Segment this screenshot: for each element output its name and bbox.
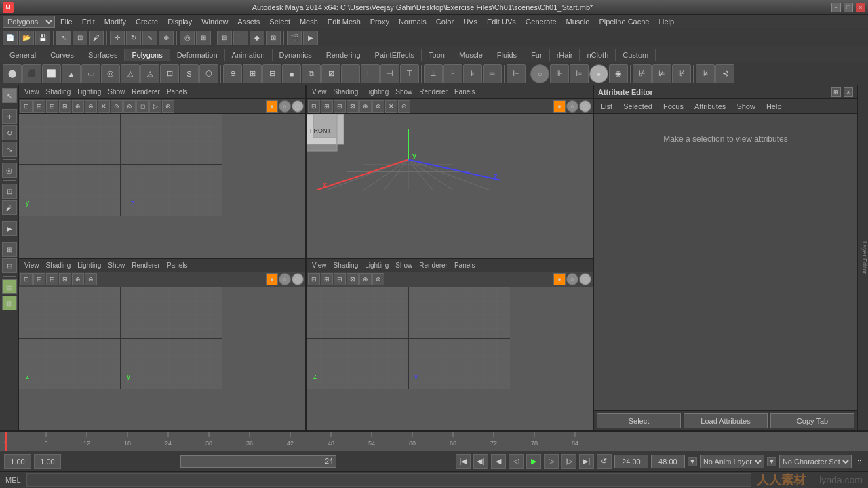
ipr-btn[interactable]: ▶ xyxy=(303,30,318,45)
vp-front-ic-light[interactable]: ● xyxy=(266,100,278,113)
goto-start-btn[interactable]: |◀ xyxy=(456,454,471,469)
vp-side-ic-2[interactable]: ⊞ xyxy=(321,273,333,285)
vp-persp-shading[interactable]: Shading xyxy=(331,87,361,97)
cube-btn[interactable]: ⬛ xyxy=(22,64,41,83)
attr-tab-attributes[interactable]: Attributes xyxy=(690,101,730,112)
vp-top-shading[interactable]: Shading xyxy=(43,260,74,270)
vp-top-show[interactable]: Show xyxy=(105,260,127,270)
attr-load-btn[interactable]: Load Attributes xyxy=(684,413,768,428)
layer-btn[interactable]: ▥ xyxy=(2,296,17,310)
snap-curve-btn[interactable]: ⌒ xyxy=(233,30,248,45)
vp-persp-view[interactable]: View xyxy=(309,87,330,97)
step-fwd-btn[interactable]: |▷ xyxy=(561,454,576,469)
anim-layer-chevron[interactable]: ▼ xyxy=(688,457,697,466)
offset-btn[interactable]: ⊤ xyxy=(400,64,419,83)
paint-sel-tool[interactable]: 🖌 xyxy=(89,30,104,45)
menu-edituv[interactable]: Edit UVs xyxy=(483,16,520,27)
insert-btn[interactable]: ⊣ xyxy=(380,64,399,83)
vp-front-canvas[interactable]: y z xyxy=(19,114,305,258)
tab-rendering[interactable]: Rendering xyxy=(319,49,368,61)
detach-btn[interactable]: ⋯ xyxy=(341,64,360,83)
merge-btn[interactable]: ⊥ xyxy=(424,64,443,83)
helix-btn[interactable]: S xyxy=(180,64,199,83)
character-set-select[interactable]: No Character Set xyxy=(779,455,852,468)
timeline-ruler[interactable]: 1 6 12 18 24 30 36 xyxy=(0,432,868,451)
tab-painteffects[interactable]: PaintEffects xyxy=(368,49,422,61)
reduce-btn[interactable]: ◉ xyxy=(609,64,628,83)
vp-front-view[interactable]: View xyxy=(22,87,42,97)
attr-tab-show[interactable]: Show xyxy=(732,101,760,112)
duplicate-btn[interactable]: ⧉ xyxy=(302,64,321,83)
vp-persp-ic-6[interactable]: ⊗ xyxy=(372,100,384,113)
smooth-btn[interactable]: ○ xyxy=(530,64,549,83)
select-mode-btn[interactable]: ↖ xyxy=(2,88,17,103)
vp-top-ic-1[interactable]: ⊡ xyxy=(20,273,33,285)
plane-btn[interactable]: ▭ xyxy=(81,64,100,83)
step-back-btn[interactable]: ◀| xyxy=(473,454,488,469)
snap-view-btn[interactable]: ⊠ xyxy=(266,30,281,45)
menu-color[interactable]: Color xyxy=(432,16,458,27)
vp-persp-lighting[interactable]: Lighting xyxy=(362,87,391,97)
vp-persp-panels[interactable]: Panels xyxy=(452,87,478,97)
play-fwd-btn[interactable]: ▶ xyxy=(526,454,541,469)
tab-general[interactable]: General xyxy=(3,49,43,61)
vp-top-ic-light[interactable]: ● xyxy=(266,273,278,285)
anim-layer-select[interactable]: No Anim Layer xyxy=(700,455,764,468)
transfer-btn[interactable]: ⊫ xyxy=(570,64,589,83)
attr-float-btn[interactable]: ⊞ xyxy=(831,87,841,97)
quadrangulate-btn[interactable]: ⊮ xyxy=(672,64,691,83)
vp-front-panels[interactable]: Panels xyxy=(164,87,191,97)
tab-curves[interactable]: Curves xyxy=(43,49,81,61)
play-back-btn[interactable]: ◁ xyxy=(509,454,524,469)
vp-top-ic-3[interactable]: ⊟ xyxy=(46,273,58,285)
script-input[interactable] xyxy=(26,473,752,487)
move-mode-btn[interactable]: ✛ xyxy=(2,109,17,124)
vp-front-ic-8[interactable]: ⊙ xyxy=(111,100,123,113)
menu-select[interactable]: Select xyxy=(265,16,294,27)
universal-tool[interactable]: ⊕ xyxy=(159,30,174,45)
attr-tab-selected[interactable]: Selected xyxy=(619,101,656,112)
rotate-mode-btn[interactable]: ↻ xyxy=(2,125,17,140)
bridge-btn[interactable]: ⊞ xyxy=(243,64,262,83)
close-button[interactable]: × xyxy=(856,3,865,12)
menu-editmesh[interactable]: Edit Mesh xyxy=(323,16,365,27)
minimize-button[interactable]: − xyxy=(831,3,841,12)
menu-edit[interactable]: Edit xyxy=(78,16,99,27)
append-btn[interactable]: ⊟ xyxy=(262,64,281,83)
vp-top-ic-4[interactable]: ⊠ xyxy=(59,273,71,285)
mirror-geo-btn[interactable]: ⊰ xyxy=(715,64,734,83)
vp-persp-renderer[interactable]: Renderer xyxy=(416,87,450,97)
tab-animation[interactable]: Animation xyxy=(225,49,273,61)
vp-persp-ic-5[interactable]: ⊕ xyxy=(359,100,372,113)
cleanup-btn[interactable]: ⊬ xyxy=(633,64,652,83)
viewport-side[interactable]: View Shading Lighting Show Renderer Pane… xyxy=(307,259,593,431)
step-fwd-frame-btn[interactable]: ▷ xyxy=(544,454,559,469)
weld-btn[interactable]: ⊧ xyxy=(463,64,482,83)
end-frame-input[interactable] xyxy=(614,455,648,468)
vp-front-ic-9[interactable]: ⊚ xyxy=(123,100,136,113)
vp-persp-show[interactable]: Show xyxy=(393,87,415,97)
vp-top-renderer[interactable]: Renderer xyxy=(129,260,163,270)
scale-tool[interactable]: ⤡ xyxy=(142,30,157,45)
vp-front-ic-10[interactable]: ◻ xyxy=(136,100,149,113)
vp-side-ic-1[interactable]: ⊡ xyxy=(308,273,320,285)
step-back-frame-btn[interactable]: ◀ xyxy=(491,454,506,469)
soft-mod-tool[interactable]: ◎ xyxy=(180,30,195,45)
menu-proxy[interactable]: Proxy xyxy=(366,16,393,27)
vp-front-ic-3[interactable]: ⊟ xyxy=(46,100,58,113)
vp-side-show[interactable]: Show xyxy=(393,260,415,270)
show-manip-tool[interactable]: ⊞ xyxy=(196,30,211,45)
booleans-btn[interactable]: ⊩ xyxy=(507,64,526,83)
timeline-playhead[interactable] xyxy=(5,432,7,451)
cylinder-btn[interactable]: ⬜ xyxy=(42,64,61,83)
vp-side-ic-wire[interactable]: ◌ xyxy=(579,273,591,285)
vp-front-lighting[interactable]: Lighting xyxy=(75,87,104,97)
soccer-btn[interactable]: ⬡ xyxy=(199,64,218,83)
split-btn[interactable]: ⊢ xyxy=(361,64,380,83)
tab-polygons[interactable]: Polygons xyxy=(125,49,170,61)
pipe-btn[interactable]: ⊡ xyxy=(160,64,179,83)
snap-grid-btn[interactable]: ⊟ xyxy=(217,30,232,45)
menu-help[interactable]: Help xyxy=(654,16,678,27)
pyramid-btn[interactable]: ◬ xyxy=(140,64,159,83)
menu-window[interactable]: Window xyxy=(197,16,232,27)
